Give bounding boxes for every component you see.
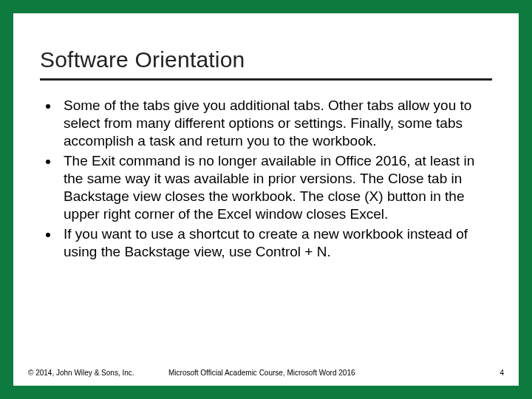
list-item: The Exit command is no longer available … bbox=[59, 152, 492, 222]
slide-title: Software Orientation bbox=[40, 47, 492, 72]
slide-content: Software Orientation Some of the tabs gi… bbox=[13, 13, 519, 261]
list-item: If you want to use a shortcut to create … bbox=[59, 225, 492, 261]
footer-course: Microsoft Official Academic Course, Micr… bbox=[168, 369, 482, 377]
title-underline bbox=[40, 78, 492, 81]
bullet-list: Some of the tabs give you additional tab… bbox=[40, 97, 492, 261]
footer-page-number: 4 bbox=[482, 369, 504, 377]
list-item: Some of the tabs give you additional tab… bbox=[59, 97, 492, 149]
slide-frame: Software Orientation Some of the tabs gi… bbox=[0, 0, 532, 399]
footer-copyright: © 2014, John Wiley & Sons, Inc. bbox=[28, 369, 168, 377]
slide-footer: © 2014, John Wiley & Sons, Inc. Microsof… bbox=[28, 369, 504, 377]
